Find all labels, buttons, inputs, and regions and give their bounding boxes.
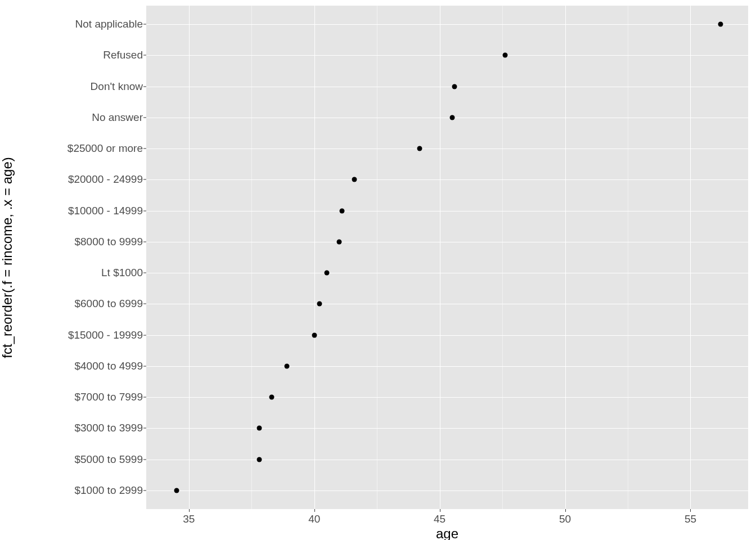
data-point bbox=[317, 302, 322, 307]
y-tick-mark bbox=[143, 179, 146, 180]
y-tick-label: $7000 to 7999 bbox=[8, 391, 143, 403]
y-tick-label: $20000 - 24999 bbox=[8, 173, 143, 186]
grid-line-vertical-minor bbox=[251, 6, 252, 509]
grid-line-vertical bbox=[565, 6, 566, 509]
data-point bbox=[417, 146, 422, 151]
y-tick-label: Don't know bbox=[8, 80, 143, 93]
x-tick-mark bbox=[314, 509, 315, 512]
y-tick-label: Lt $1000 bbox=[8, 267, 143, 279]
data-point bbox=[256, 457, 262, 462]
grid-line-horizontal bbox=[146, 335, 748, 336]
x-tick-label: 45 bbox=[434, 513, 446, 525]
data-point bbox=[337, 239, 342, 244]
grid-line-vertical-minor bbox=[502, 6, 503, 509]
data-point bbox=[452, 84, 457, 89]
data-point bbox=[352, 177, 357, 182]
y-tick-label: $4000 to 4999 bbox=[8, 360, 143, 372]
data-point bbox=[284, 363, 289, 368]
y-tick-label: $6000 to 6999 bbox=[8, 298, 143, 310]
x-tick-mark bbox=[690, 509, 691, 512]
y-tick-mark bbox=[143, 335, 146, 335]
y-tick-label: Refused bbox=[8, 49, 143, 61]
y-tick-mark bbox=[143, 86, 146, 87]
data-point bbox=[269, 395, 274, 400]
x-tick-label: 35 bbox=[183, 513, 195, 525]
y-tick-label: $10000 - 14999 bbox=[8, 205, 143, 217]
grid-line-vertical-minor bbox=[628, 6, 628, 509]
data-point bbox=[256, 426, 262, 431]
grid-line-vertical bbox=[189, 6, 190, 509]
grid-line-horizontal bbox=[146, 55, 748, 56]
y-tick-mark bbox=[143, 397, 146, 398]
data-point bbox=[174, 488, 179, 493]
grid-line-horizontal bbox=[146, 148, 748, 149]
y-tick-mark bbox=[143, 117, 146, 118]
data-point bbox=[449, 115, 454, 120]
y-tick-label: $1000 to 2999 bbox=[8, 484, 143, 497]
grid-line-horizontal bbox=[146, 118, 748, 118]
y-tick-mark bbox=[143, 428, 146, 429]
y-tick-label: $15000 - 19999 bbox=[8, 329, 143, 341]
x-tick-mark bbox=[189, 509, 190, 512]
data-point bbox=[718, 22, 723, 27]
x-tick-mark bbox=[440, 509, 440, 512]
x-axis-label: age bbox=[146, 526, 748, 540]
grid-line-vertical bbox=[440, 6, 440, 509]
y-tick-mark bbox=[143, 24, 146, 25]
grid-line-horizontal bbox=[146, 460, 748, 460]
y-tick-label: $3000 to 3999 bbox=[8, 422, 143, 434]
data-point bbox=[312, 332, 317, 338]
x-tick-label: 50 bbox=[559, 513, 571, 525]
grid-line-vertical bbox=[690, 6, 691, 509]
y-tick-label: $5000 to 5999 bbox=[8, 453, 143, 466]
grid-line-horizontal bbox=[146, 397, 748, 398]
y-tick-mark bbox=[143, 241, 146, 242]
y-tick-mark bbox=[143, 304, 146, 304]
grid-line-horizontal bbox=[146, 211, 748, 212]
grid-line-horizontal bbox=[146, 242, 748, 242]
grid-line-horizontal bbox=[146, 366, 748, 367]
data-point bbox=[325, 271, 330, 276]
x-tick-label: 40 bbox=[308, 513, 320, 525]
data-point bbox=[502, 53, 507, 58]
y-tick-mark bbox=[143, 210, 146, 211]
grid-line-vertical-minor bbox=[377, 6, 377, 509]
y-tick-label: No answer bbox=[8, 111, 143, 124]
grid-line-horizontal bbox=[146, 304, 748, 304]
x-tick-mark bbox=[565, 509, 566, 512]
grid-line-horizontal bbox=[146, 428, 748, 429]
y-tick-label: $25000 or more bbox=[8, 142, 143, 155]
y-tick-mark bbox=[143, 459, 146, 460]
grid-line-horizontal bbox=[146, 24, 748, 25]
y-tick-mark bbox=[143, 490, 146, 490]
y-tick-label: $8000 to 9999 bbox=[8, 236, 143, 248]
data-point bbox=[339, 208, 344, 213]
plot-area bbox=[146, 6, 748, 509]
grid-line-horizontal bbox=[146, 490, 748, 491]
y-tick-mark bbox=[143, 55, 146, 56]
grid-line-horizontal bbox=[146, 273, 748, 273]
y-tick-mark bbox=[143, 366, 146, 366]
chart-container: fct_reorder(.f = rincome, .x = age) age … bbox=[0, 0, 756, 540]
y-tick-mark bbox=[143, 148, 146, 149]
grid-line-horizontal bbox=[146, 179, 748, 180]
y-tick-mark bbox=[143, 273, 146, 273]
x-tick-label: 55 bbox=[685, 513, 696, 525]
grid-line-horizontal bbox=[146, 87, 748, 87]
y-tick-label: Not applicable bbox=[8, 18, 143, 30]
grid-line-vertical bbox=[314, 6, 315, 509]
